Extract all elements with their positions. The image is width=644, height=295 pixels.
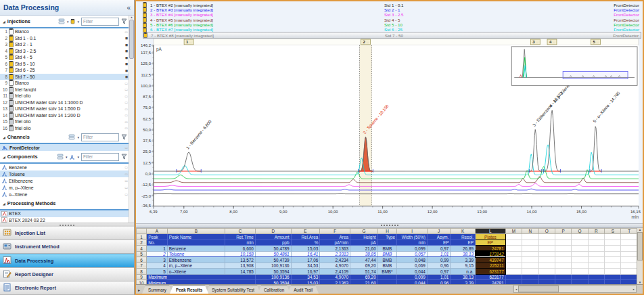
chevron-down-icon[interactable]: ▾ — [77, 135, 79, 139]
vial-filter-icon[interactable] — [70, 18, 75, 24]
funnel-icon[interactable] — [121, 154, 127, 160]
column-header-I[interactable]: I — [397, 228, 428, 234]
scrollbar-thumb[interactable] — [637, 232, 643, 260]
column-header-A[interactable]: A — [147, 228, 167, 234]
component-row[interactable]: o--Xilene ▭ — [0, 191, 129, 198]
column-header-J[interactable]: J — [427, 228, 451, 234]
column-header-C[interactable]: C — [225, 228, 256, 234]
component-row[interactable]: m, p--Xilene ▭ — [0, 184, 129, 191]
scroll-up-icon[interactable]: ▲ — [130, 16, 133, 19]
components-filter-input[interactable] — [81, 153, 119, 161]
plates-cell[interactable]: 439747 — [476, 257, 506, 263]
table-row[interactable]: 41Benzene6,60050,478915,032,136321,60BMB… — [137, 246, 638, 252]
injection-row[interactable]: 8 Std 7 - 50 ◼ — [0, 74, 129, 81]
injections-filter-input[interactable] — [81, 18, 119, 26]
column-header-E[interactable]: E — [291, 228, 320, 234]
injection-row[interactable]: 14 UNICHIM water solv 14 1:200 D ▭ — [0, 112, 129, 119]
scrollbar-thumb[interactable] — [129, 20, 134, 59]
plates-cell[interactable]: 623177 — [476, 269, 506, 275]
group-by-icon[interactable] — [58, 18, 65, 24]
component-row[interactable]: Benzene ▭ — [0, 164, 129, 171]
plates-cell[interactable]: 225211 — [476, 263, 506, 269]
pane-splitter[interactable] — [136, 223, 643, 228]
component-row[interactable]: Etilbenzene ▭ — [0, 177, 129, 184]
legend-row[interactable]: 5 - BTEX #6 [manually integrated] Std 5 … — [143, 22, 641, 27]
column-header-M[interactable]: M — [505, 228, 522, 234]
plates-cell[interactable]: 173142 — [476, 251, 506, 257]
summary-row[interactable]: 9Maximum100,913634,534,907069,200,0991,0… — [137, 274, 638, 280]
nav-item-injection-list[interactable]: Injection List — [0, 227, 134, 240]
nav-item-instrument-method[interactable]: Instrument Method — [0, 240, 134, 254]
legend-row[interactable]: 7 - BTEX #8 [manually integrated] Std 7 … — [143, 32, 641, 38]
legend-row[interactable]: 3 - BTEX #4 [manually integrated] Std 3 … — [143, 12, 641, 17]
collapse-sidebar-icon[interactable]: « — [127, 4, 131, 12]
row-header[interactable]: 1 — [137, 234, 147, 240]
scroll-right-icon[interactable]: ▸ — [632, 288, 636, 291]
channels-filter-input[interactable] — [81, 133, 119, 141]
injection-row[interactable]: 3 Std 2 - 1 ◼ — [0, 41, 129, 48]
column-header-F[interactable]: F — [320, 228, 350, 234]
plates-cell[interactable]: 24781 — [476, 246, 506, 252]
funnel-icon[interactable] — [121, 18, 127, 24]
column-header-K[interactable]: K — [451, 228, 476, 234]
chevron-down-icon[interactable]: ▾ — [77, 20, 79, 24]
channel-row[interactable]: FrontDetector ▭ — [0, 144, 129, 151]
column-header-L[interactable]: L — [476, 228, 506, 234]
column-header-H[interactable]: H — [377, 228, 396, 234]
injection-row[interactable]: 12 UNICHIM water solv 14 1:1000 D ▭ — [0, 99, 129, 106]
legend-row[interactable]: 6 - BTEX #7 [manually integrated] Std 6 … — [143, 27, 641, 32]
sheet-tab-audit-trail[interactable]: Audit Trail — [288, 286, 319, 294]
overview-zoom-region[interactable] — [563, 71, 628, 78]
group-by-icon[interactable] — [57, 154, 64, 160]
injection-row[interactable]: 2 Std 1 - 0.1 ◼ — [0, 35, 129, 42]
scroll-up-icon[interactable]: ▲ — [639, 228, 641, 231]
processing-methods-section-header[interactable]: ◢ Processing Methods — [0, 198, 129, 210]
component-row[interactable]: Toluene ▭ — [0, 171, 129, 177]
column-header-N[interactable]: N — [522, 228, 538, 234]
injection-row[interactable]: 5 Std 4 - 5 ◼ — [0, 54, 129, 61]
components-section-header[interactable]: ◢ Components ▾ ▾ — [0, 151, 129, 164]
injection-row[interactable]: 11 friel olio ▭ — [0, 93, 129, 99]
column-header-R[interactable]: R — [588, 228, 604, 234]
sidebar-scrollbar[interactable]: ▲ — [129, 16, 134, 223]
table-vertical-scrollbar[interactable]: ▲ ▼ — [637, 228, 643, 284]
table-row[interactable]: 85o--Xilene14,78550,359416,972,410951,74… — [137, 269, 638, 275]
legend-row[interactable]: 1 - BTEX #2 [manually integrated] Std 1 … — [143, 2, 641, 7]
sheet-tab-calibration[interactable]: Calibration — [258, 286, 290, 294]
table-corner[interactable] — [137, 228, 147, 234]
nav-item-report-designer[interactable]: Report Designer — [0, 268, 134, 281]
chevron-down-icon[interactable]: ▾ — [66, 155, 68, 159]
sheet-tab-summary[interactable]: Summary — [142, 286, 172, 294]
chromatogram-plot[interactable]: 146,2137,5125,0112,5100,087,575,062,550,… — [136, 39, 643, 223]
chevron-down-icon[interactable]: ▾ — [77, 155, 79, 159]
column-header-S[interactable]: S — [605, 228, 621, 234]
processing-method-row[interactable]: BTEX — [0, 210, 129, 217]
injections-section-header[interactable]: ◢ Injections ▾ ▾ — [0, 16, 129, 28]
nav-item-electronic-report[interactable]: Electronic Report — [0, 281, 134, 295]
injection-row[interactable]: 10 friel fanghi ▭ — [0, 87, 129, 93]
column-header-T[interactable]: T — [621, 228, 638, 234]
component-peak-icon[interactable] — [69, 154, 75, 160]
processing-method-row[interactable]: BTEX 2024 03 22 — [0, 217, 129, 223]
injection-row[interactable]: 13 UNICHIM water solv 14 1:500 D ▭ — [0, 106, 129, 112]
chevron-down-icon[interactable]: ▾ — [67, 20, 69, 24]
legend-row[interactable]: 4 - BTEX #5 [manually integrated] Std 4 … — [143, 17, 641, 22]
injection-row[interactable]: 6 Std 5 - 10 ◼ — [0, 61, 129, 68]
tab-nav-icon[interactable]: ▸ — [136, 288, 142, 294]
scrollbar-thumb[interactable] — [518, 286, 559, 292]
injection-row[interactable]: 1 Bianco ▭ — [0, 28, 129, 35]
column-header-G[interactable]: G — [350, 228, 378, 234]
column-header-P[interactable]: P — [555, 228, 571, 234]
funnel-icon[interactable] — [121, 134, 127, 140]
injection-row[interactable]: 16 friel olio ▭ — [0, 125, 129, 132]
legend-row[interactable]: 2 - BTEX #3 [manually integrated] Std 2 … — [143, 7, 641, 12]
injection-row[interactable]: 15 friel olio ▭ — [0, 118, 129, 125]
injection-row[interactable]: 9 Bianco ▭ — [0, 80, 129, 87]
sheet-tab-system-suitability-test[interactable]: System Suitability Test — [206, 286, 260, 294]
sheet-tab-peak-results[interactable]: Peak Results — [170, 286, 208, 294]
row-header[interactable]: 2 — [137, 240, 147, 246]
column-header-Q[interactable]: Q — [572, 228, 588, 234]
table-row[interactable]: 63Etilbenzene13,57250,473917,062,423447,… — [137, 257, 638, 263]
table-horizontal-scrollbar[interactable]: ◂ ▸ — [513, 285, 637, 293]
injection-row[interactable]: 7 Std 6 - 25 ◼ — [0, 67, 129, 74]
